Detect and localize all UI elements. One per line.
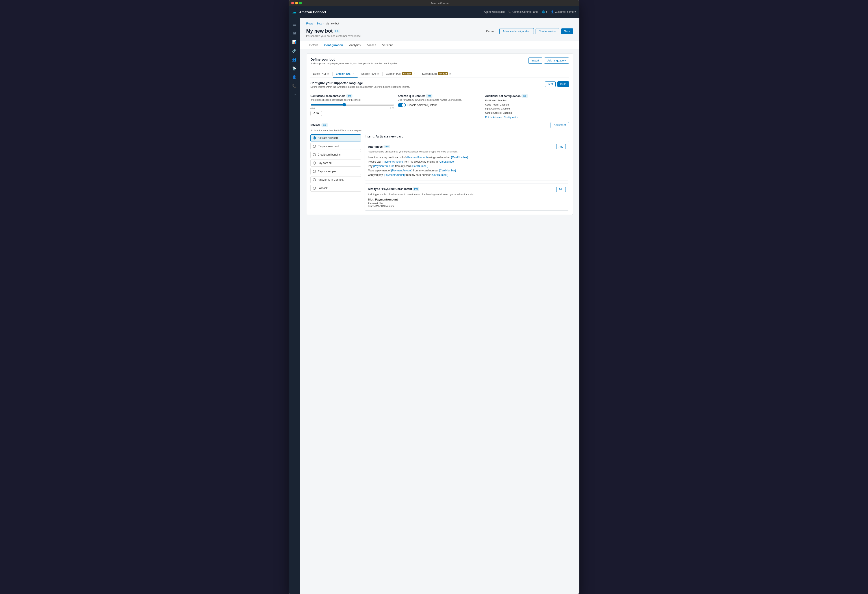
lang-tab-dutch[interactable]: Dutch (NL) ✕ [310, 71, 332, 78]
lang-tab-korean-kr[interactable]: Korean (KR) Not built ✕ [419, 71, 454, 78]
slot-name: Slot: PaymentAmount [368, 198, 566, 201]
app-name: Amazon Connect [299, 10, 481, 14]
utterance-3: Pay {PaymentAmount} from my card {CardNu… [368, 164, 566, 168]
intent-item-report-card-pin[interactable]: Report card pin [310, 168, 361, 175]
intent-item-pay-card-bill[interactable]: Pay card bill [310, 160, 361, 167]
agent-workspace-button[interactable]: Agent Workspace [484, 10, 505, 13]
utterance-1: I want to pay my credit car bill of {Pay… [368, 155, 566, 160]
cancel-button[interactable]: Cancel [483, 28, 497, 34]
amazon-q-toggle[interactable] [398, 103, 406, 107]
configure-actions: Test Build [545, 81, 569, 87]
customer-name-button[interactable]: 👤 Customer name ▾ [551, 10, 576, 13]
page-title-section: My new bot Info Personalize your bot and… [306, 28, 362, 38]
configure-title: Configure your supported language [310, 81, 410, 85]
tab-versions[interactable]: Versions [379, 41, 396, 49]
sidebar-item-users[interactable]: 👥 [290, 56, 298, 64]
intent-item-credit-card-benefits[interactable]: Credit card benefits [310, 151, 361, 158]
slot-info-badge[interactable]: Info [413, 187, 419, 191]
app-window: Amazon Connect ☁ Amazon Connect Agent Wo… [289, 0, 579, 594]
amazon-q-toggle-label: Disable Amazon Q intent [407, 103, 437, 106]
sidebar-item-phone[interactable]: 📞 [290, 82, 298, 90]
window-title: Amazon Connect [303, 2, 577, 4]
amazon-q-desc: Use Amazon Q in Connect assistant to han… [398, 99, 482, 101]
slot-add-button[interactable]: Add [556, 187, 566, 192]
intent-item-request-new-card[interactable]: Request new card [310, 143, 361, 150]
breadcrumb-flows[interactable]: Flows [306, 22, 313, 25]
confidence-value-input[interactable] [310, 111, 322, 116]
configure-header: Configure your supported language Define… [310, 81, 410, 91]
additional-config-label: Additional bot configuration Info [485, 94, 569, 98]
additional-config-info-badge[interactable]: Info [521, 94, 528, 98]
build-button[interactable]: Build [557, 81, 569, 87]
language-button[interactable]: 🌐 ▾ [542, 10, 547, 13]
confidence-slider[interactable] [310, 103, 394, 106]
lang-close-korean-kr[interactable]: ✕ [449, 73, 452, 75]
page-title: My new bot Info [306, 28, 362, 34]
lang-close-dutch[interactable]: ✕ [327, 73, 329, 75]
intent-detail: Intent: Activate new card Utterances Inf… [365, 134, 569, 211]
sidebar-item-menu[interactable]: ☰ [290, 20, 298, 28]
intents-section: Activate new card Request new card Credi… [310, 134, 569, 211]
close-icon[interactable] [291, 2, 294, 4]
add-language-button[interactable]: Add language ▾ [544, 58, 569, 64]
define-bot-title: Define your bot [310, 58, 398, 61]
utterance-2: Please pay {PaymentAmount} from my credi… [368, 160, 566, 164]
page-info-badge[interactable]: Info [334, 30, 340, 33]
lang-tab-english-us[interactable]: English (US) ✕ [333, 71, 357, 78]
lang-close-english-us[interactable]: ✕ [352, 73, 355, 75]
save-button[interactable]: Save [561, 28, 573, 34]
lang-tab-english-za[interactable]: English (ZA) ✕ [359, 71, 382, 78]
sidebar-item-dashboard[interactable]: ⊞ [290, 29, 298, 37]
sidebar-item-campaigns[interactable]: 📡 [290, 64, 298, 72]
utterances-title: Utterances Info [368, 145, 390, 148]
edit-advanced-config-link[interactable]: Edit in Advanced Configuration [485, 116, 569, 118]
test-button[interactable]: Test [545, 81, 556, 87]
slider-range: 0.00 1.00 [310, 107, 394, 110]
korean-not-built-badge: Not built [438, 72, 448, 75]
tab-configuration[interactable]: Configuration [321, 41, 346, 49]
config-grid: Confidence score threshold Info Intent c… [310, 94, 569, 118]
main-content: Flows › Bots › My new bot My new bot Inf… [300, 18, 579, 594]
sidebar-item-profile[interactable]: 👤 [290, 73, 298, 81]
intent-item-fallback[interactable]: Fallback [310, 185, 361, 192]
intents-info-badge[interactable]: Info [322, 123, 328, 127]
confidence-info-badge[interactable]: Info [346, 94, 353, 98]
advanced-config-button[interactable]: Advanced configuration [499, 28, 534, 34]
contact-control-panel-button[interactable]: 📞 Contact Control Panel [508, 10, 538, 13]
additional-config-block: Additional bot configuration Info Fulfil… [485, 94, 569, 118]
maximize-icon[interactable] [299, 2, 302, 4]
tab-details[interactable]: Details [306, 41, 321, 49]
add-intent-button[interactable]: Add intent [551, 122, 569, 128]
utterances-add-button[interactable]: Add [556, 144, 566, 149]
slot-type-card: Slot type "PayCreditCard" Intent Info Ad… [365, 183, 569, 211]
sidebar-item-analytics[interactable]: 📊 [290, 38, 298, 46]
utterances-header: Utterances Info Add [368, 144, 566, 149]
lang-tab-german-at[interactable]: German (AT) Not built ✕ [383, 71, 418, 78]
confidence-block: Confidence score threshold Info Intent c… [310, 94, 394, 118]
tab-analytics[interactable]: Analytics [346, 41, 364, 49]
utterances-card: Utterances Info Add Representative phras… [365, 141, 569, 180]
confidence-label: Confidence score threshold Info [310, 94, 394, 98]
minimize-icon[interactable] [295, 2, 298, 4]
confidence-desc: Intent classification confidence score t… [310, 99, 394, 101]
radio-amazon-q [313, 178, 316, 181]
utterances-info-badge[interactable]: Info [384, 145, 390, 148]
sidebar-item-routing[interactable]: ↗ [290, 91, 298, 99]
lang-close-german-at[interactable]: ✕ [413, 73, 416, 75]
lang-sep-4 [419, 72, 419, 76]
intent-item-activate-new-card[interactable]: Activate new card [310, 134, 361, 142]
lang-close-english-za[interactable]: ✕ [377, 73, 379, 75]
sidebar-item-bots[interactable]: 🔗 [290, 47, 298, 55]
page-subtitle: Personalize your bot and customer experi… [306, 35, 362, 38]
amazon-q-info-badge[interactable]: Info [426, 94, 433, 98]
import-button[interactable]: Import [528, 58, 542, 64]
define-bot-actions: Import Add language ▾ [528, 58, 569, 64]
breadcrumb-bots[interactable]: Bots [317, 22, 322, 25]
tab-aliases[interactable]: Aliases [364, 41, 379, 49]
logo-icon: ☁ [292, 9, 297, 15]
topbar: ☁ Amazon Connect Agent Workspace 📞 Conta… [289, 6, 579, 18]
lang-sep-1 [332, 72, 333, 76]
intents-title: Intents Info [310, 123, 328, 127]
intent-item-amazon-q[interactable]: Amazon Q in Connect [310, 176, 361, 183]
create-version-button[interactable]: Create version [536, 28, 559, 34]
